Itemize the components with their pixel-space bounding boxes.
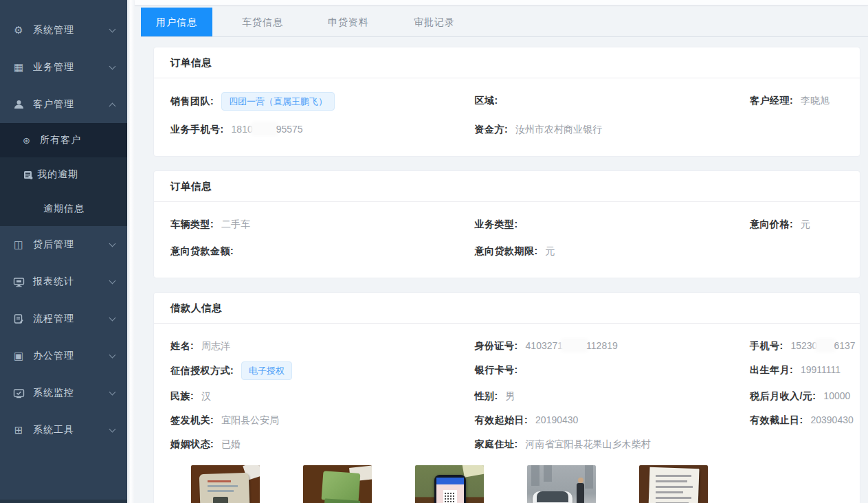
tab-user-info[interactable]: 用户信息	[141, 8, 212, 36]
field-value: 河南省宜阳县花果山乡木柴村	[526, 438, 651, 449]
sidebar-item-business-mgmt[interactable]: ▦ 业务管理	[0, 49, 127, 86]
field-value: 20390430	[810, 414, 853, 425]
field-intended-loan-term: 意向贷款期限: 元	[475, 243, 750, 259]
card-title: 借款人信息	[154, 293, 860, 324]
field-label: 家庭住址:	[475, 438, 518, 449]
tab-loan-application-docs[interactable]: 申贷资料	[313, 8, 384, 36]
field-label: 意向价格:	[750, 219, 793, 230]
field-label: 身份证号:	[475, 340, 518, 351]
field-intended-loan-amount: 意向贷款金额:	[170, 243, 475, 259]
field-value: 10000	[823, 390, 850, 401]
field-label: 手机号:	[750, 340, 783, 351]
sidebar-item-label: 系统监控	[33, 387, 110, 399]
field-valid-to: 有效截止日: 20390430	[750, 412, 843, 428]
sidebar-item-label: 报表统计	[33, 276, 110, 288]
authorization-photo-thumbnail[interactable]	[415, 465, 484, 503]
field-label: 征信授权方式:	[170, 365, 234, 376]
redacted-blur	[563, 341, 586, 350]
sidebar-item-process-mgmt[interactable]: 流程管理	[0, 300, 127, 337]
field-id-number: 身份证号: 4103271112819	[475, 337, 750, 354]
sidebar-item-label: 业务管理	[33, 61, 110, 74]
windshield-shape	[537, 491, 568, 502]
person-car-photo-thumbnail[interactable]	[527, 465, 596, 503]
field-label: 姓名:	[170, 340, 194, 351]
person-body-shape	[577, 483, 584, 503]
square-plus-icon: ⊞	[10, 424, 27, 436]
field-value: 宜阳县公安局	[221, 414, 279, 425]
field-birth: 出生年月: 19911111	[750, 361, 843, 380]
tab-content: 订单信息 销售团队: 四团一营（直属王鹏飞） 区域: 客户经理:	[135, 37, 868, 503]
field-label: 签发机关:	[170, 414, 214, 425]
nested-square-icon: ▣	[10, 350, 27, 362]
sidebar-item-label: 办公管理	[33, 350, 110, 362]
sidebar-item-system-tools[interactable]: ⊞ 系统工具	[0, 412, 127, 449]
field-business-phone: 业务手机号: 181095575	[170, 121, 475, 137]
tab-approval-records[interactable]: 审批记录	[399, 8, 470, 36]
field-label: 民族:	[170, 390, 194, 401]
field-label: 销售团队:	[170, 96, 214, 107]
gear-icon: ⚙	[10, 24, 27, 36]
sidebar-subitem-label: 我的逾期	[37, 168, 78, 181]
id-card-photo-thumbnail[interactable]	[191, 465, 260, 503]
photo-license-booklet: 驾驶证副页	[303, 465, 372, 503]
photo-authorization: 授权书	[415, 465, 484, 503]
field-value: 181095575	[232, 124, 303, 135]
paper-scrap	[463, 465, 484, 478]
field-label: 意向贷款期限:	[475, 245, 538, 256]
sidebar-item-customer-mgmt[interactable]: 客户管理	[0, 86, 127, 123]
field-label: 银行卡号:	[475, 364, 518, 375]
redacted-blur	[253, 124, 276, 133]
monitor-check-icon	[10, 388, 27, 399]
field-intended-price: 意向价格: 元	[750, 216, 843, 232]
sidebar-item-label: 贷后管理	[33, 238, 110, 251]
field-label: 业务手机号:	[170, 124, 224, 135]
field-mobile: 手机号: 152306137	[750, 337, 843, 354]
sidebar-item-overdue-info[interactable]: 逾期信息	[0, 192, 127, 226]
sidebar-item-report-stats[interactable]: 报表统计	[0, 263, 127, 300]
sidebar-item-label: 客户管理	[33, 98, 110, 111]
field-region: 区域:	[475, 92, 750, 111]
field-label: 有效截止日:	[750, 414, 803, 425]
phone-header-bar	[436, 478, 464, 484]
sidebar-item-all-customers[interactable]: ⊛ 所有客户	[0, 123, 127, 157]
field-value: 李晓旭	[801, 95, 830, 106]
field-label: 婚姻状态:	[170, 438, 214, 449]
chevron-down-icon	[109, 426, 116, 433]
sidebar-scrollbar[interactable]	[127, 0, 135, 503]
field-gender: 性别: 男	[475, 388, 750, 404]
monitor-icon	[10, 277, 27, 287]
field-value: 19911111	[801, 364, 841, 375]
redacted-blur	[817, 341, 834, 350]
field-bank-card: 银行卡号:	[475, 361, 750, 380]
portrait-shape	[213, 497, 228, 503]
borrower-info-card: 借款人信息 姓名: 周志洋 身份证号: 4103271112819 手机号:	[153, 292, 860, 503]
wheel-icon: ⊛	[23, 135, 36, 146]
sales-team-tag[interactable]: 四团一营（直属王鹏飞）	[221, 92, 335, 111]
document-photo-thumbnail[interactable]	[639, 465, 708, 503]
field-label: 车辆类型:	[170, 219, 214, 230]
sidebar-item-office-mgmt[interactable]: ▣ 办公管理	[0, 337, 127, 375]
document-icon	[23, 170, 34, 180]
photo-id-card: 身份证	[191, 465, 260, 503]
field-value: 元	[801, 219, 810, 230]
sidebar-item-postloan-mgmt[interactable]: ◫ 贷后管理	[0, 226, 127, 263]
field-label: 出生年月:	[750, 364, 793, 375]
field-label: 意向贷款金额:	[170, 245, 234, 256]
field-value: 汉	[201, 390, 211, 401]
license-photo-thumbnail[interactable]	[303, 465, 372, 503]
sidebar-item-my-overdue[interactable]: 我的逾期	[0, 157, 127, 192]
person-head-shape	[578, 478, 583, 483]
field-value: 男	[506, 390, 515, 401]
field-value: 周志洋	[201, 340, 230, 351]
sidebar-item-system-monitor[interactable]: 系统监控	[0, 375, 127, 412]
field-value: 二手车	[221, 219, 250, 230]
chevron-down-icon	[109, 352, 116, 359]
sidebar-item-system-mgmt[interactable]: ⚙ 系统管理	[0, 12, 127, 49]
field-home-address: 家庭住址: 河南省宜阳县花果山乡木柴村	[475, 436, 750, 452]
customer-submenu: ⊛ 所有客户 我的逾期 逾期信息	[0, 123, 127, 226]
tags-view-bar	[135, 0, 868, 5]
field-label: 资金方:	[475, 124, 509, 135]
tab-car-loan-info[interactable]: 车贷信息	[227, 8, 298, 36]
chevron-down-icon	[109, 26, 116, 33]
credit-auth-tag[interactable]: 电子授权	[241, 361, 292, 380]
